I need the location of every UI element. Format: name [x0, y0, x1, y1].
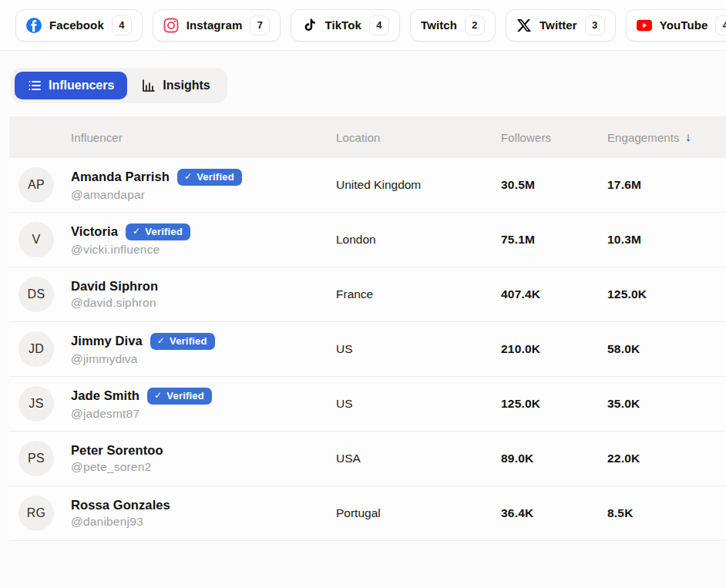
influencer-identity: Peter Sorentoo ✓ Verified @pete_soren2	[71, 443, 163, 474]
engagements-cell: 35.0K	[607, 397, 726, 411]
engagements-cell: 58.0K	[607, 342, 726, 356]
engagements-cell: 125.0K	[607, 287, 726, 301]
location-cell: US	[336, 342, 501, 356]
influencer-identity: Jade Smith ✓ Verified @jadesmt87	[71, 388, 212, 421]
influencer-identity: Rossa Gonzales ✓ Verified @danibenj93	[71, 498, 170, 529]
check-icon: ✓	[157, 335, 165, 346]
avatar: AP	[18, 167, 54, 203]
platform-filter-twitch[interactable]: Twitch 2	[410, 9, 496, 42]
platform-count-badge: 3	[585, 15, 605, 35]
platform-count-badge: 7	[250, 15, 270, 35]
sort-descending-icon[interactable]: ↓	[685, 131, 691, 143]
followers-cell: 89.0K	[501, 452, 607, 465]
location-cell: France	[336, 287, 501, 301]
table-row[interactable]: DS David Siphron ✓ Verified @david.siphr…	[9, 267, 726, 322]
influencer-handle: @pete_soren2	[71, 460, 163, 474]
verified-badge: ✓ Verified	[150, 333, 215, 350]
followers-cell: 210.0K	[501, 342, 607, 356]
influencer-table: Influencer Location Followers Engagement…	[9, 116, 726, 541]
view-tabs: Influencers Insights	[11, 68, 227, 103]
avatar: PS	[18, 441, 54, 476]
influencer-handle: @david.siphron	[71, 296, 158, 310]
verified-badge: ✓ Verified	[147, 388, 212, 405]
influencer-name: Jimmy Diva	[71, 334, 143, 348]
influencer-name: Peter Sorentoo	[71, 443, 163, 458]
influencer-name: David Siphron	[71, 279, 158, 294]
platform-filter-tiktok[interactable]: TikTok 4	[291, 9, 400, 42]
table-row[interactable]: RG Rossa Gonzales ✓ Verified @danibenj93…	[9, 486, 726, 541]
engagements-cell: 22.0K	[607, 452, 726, 465]
verified-badge: ✓ Verified	[177, 169, 242, 186]
influencer-name: Victoria	[71, 224, 118, 239]
tab-influencers[interactable]: Influencers	[15, 72, 127, 99]
platform-label: Twitch	[421, 18, 457, 32]
influencer-handle: @danibenj93	[71, 515, 170, 529]
table-row[interactable]: PS Peter Sorentoo ✓ Verified @pete_soren…	[9, 432, 726, 486]
engagements-cell: 8.5K	[607, 506, 726, 520]
engagements-cell: 17.6M	[607, 178, 726, 192]
tab-label: Influencers	[49, 79, 114, 92]
check-icon: ✓	[133, 226, 140, 237]
avatar: V	[18, 222, 54, 257]
table-row[interactable]: JS Jade Smith ✓ Verified @jadesmt87 US 1…	[9, 377, 726, 432]
followers-cell: 75.1M	[501, 233, 607, 247]
platform-filter-bar: Facebook 4 Instagram 7 TikTok 4 Twitch 2…	[0, 0, 726, 51]
influencer-cell: RG Rossa Gonzales ✓ Verified @danibenj93	[9, 496, 336, 531]
platform-label: Twitter	[539, 18, 577, 32]
location-cell: Portugal	[336, 506, 501, 520]
list-icon	[28, 79, 42, 92]
column-header-followers[interactable]: Followers	[501, 131, 607, 144]
view-tabs-wrap: Influencers Insights	[11, 68, 726, 103]
table-body: AP Amanda Parrish ✓ Verified @amandapar …	[9, 158, 726, 541]
facebook-icon	[26, 18, 42, 33]
avatar: DS	[18, 277, 54, 312]
influencer-identity: Victoria ✓ Verified @vicki.influence	[71, 223, 190, 257]
platform-filter-youtube[interactable]: YouTube 4	[626, 9, 726, 42]
verified-label: Verified	[197, 171, 234, 183]
platform-count-badge: 4	[369, 15, 389, 35]
twitter-x-icon	[516, 18, 532, 33]
platform-count-badge: 4	[112, 15, 132, 35]
platform-count-badge: 2	[465, 15, 485, 35]
location-cell: United Kingdom	[336, 178, 501, 192]
platform-filter-twitter[interactable]: Twitter 3	[506, 9, 616, 42]
platform-label: Instagram	[187, 18, 243, 32]
location-cell: London	[336, 233, 501, 247]
avatar: JD	[18, 331, 54, 367]
verified-label: Verified	[170, 335, 207, 347]
platform-filter-instagram[interactable]: Instagram 7	[153, 9, 281, 42]
tab-insights[interactable]: Insights	[129, 72, 223, 99]
table-row[interactable]: AP Amanda Parrish ✓ Verified @amandapar …	[9, 158, 726, 213]
platform-label: Facebook	[49, 18, 104, 32]
influencer-cell: PS Peter Sorentoo ✓ Verified @pete_soren…	[9, 441, 336, 476]
table-row[interactable]: V Victoria ✓ Verified @vicki.influence L…	[9, 213, 726, 267]
influencer-handle: @amandapar	[71, 188, 242, 202]
followers-cell: 125.0K	[501, 397, 607, 411]
column-header-influencer[interactable]: Influencer	[9, 131, 336, 144]
platform-count-badge: 4	[715, 15, 726, 35]
influencer-handle: @jadesmt87	[71, 407, 212, 421]
table-row[interactable]: JD Jimmy Diva ✓ Verified @jimmydiva US 2…	[9, 322, 726, 377]
platform-label: TikTok	[324, 18, 361, 32]
check-icon: ✓	[184, 171, 192, 182]
influencer-handle: @vicki.influence	[71, 243, 190, 257]
tiktok-icon	[301, 18, 317, 33]
engagements-cell: 10.3M	[607, 233, 726, 247]
influencer-identity: David Siphron ✓ Verified @david.siphron	[71, 279, 158, 310]
instagram-icon	[163, 18, 179, 33]
platform-filter-facebook[interactable]: Facebook 4	[15, 9, 143, 42]
column-header-engagements-label: Engagements	[607, 131, 680, 144]
column-header-engagements[interactable]: Engagements ↓	[607, 131, 726, 144]
check-icon: ✓	[154, 390, 162, 401]
influencer-identity: Jimmy Diva ✓ Verified @jimmydiva	[71, 333, 215, 366]
influencer-cell: JS Jade Smith ✓ Verified @jadesmt87	[9, 386, 336, 422]
influencer-handle: @jimmydiva	[71, 352, 215, 366]
influencer-cell: JD Jimmy Diva ✓ Verified @jimmydiva	[9, 331, 336, 367]
column-header-location[interactable]: Location	[336, 131, 501, 144]
verified-label: Verified	[145, 226, 183, 237]
influencer-name: Rossa Gonzales	[71, 498, 170, 512]
influencer-cell: AP Amanda Parrish ✓ Verified @amandapar	[9, 167, 336, 203]
influencer-name: Amanda Parrish	[71, 170, 170, 184]
platform-label: YouTube	[660, 18, 708, 32]
bar-chart-icon	[142, 79, 156, 92]
